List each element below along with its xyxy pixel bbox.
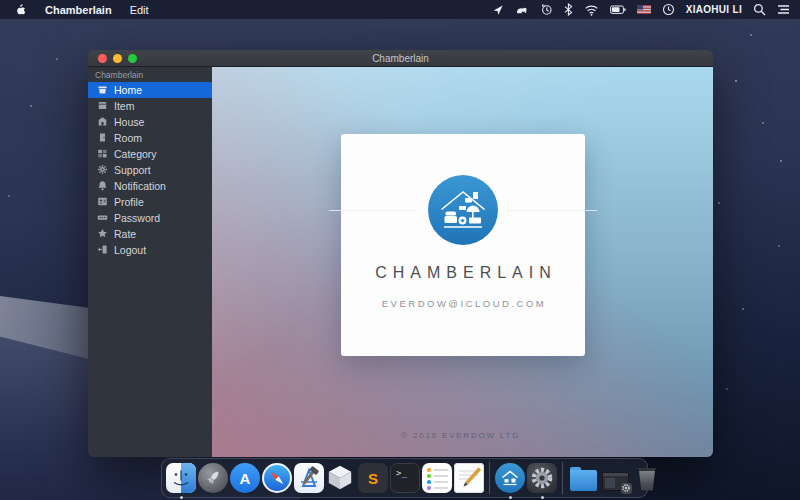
password-icon [97, 212, 108, 225]
dock-chamberlain-icon[interactable] [495, 463, 525, 493]
dock-launchpad-icon[interactable] [198, 463, 228, 493]
menu-username[interactable]: XIAOHUI LI [686, 4, 742, 15]
sidebar-item-label: Support [114, 164, 151, 176]
menu-app-name[interactable]: Chamberlain [45, 4, 112, 16]
item-icon [97, 100, 108, 113]
sidebar-item-house[interactable]: House [88, 114, 212, 130]
running-indicator-dot [541, 496, 544, 499]
sidebar-item-item[interactable]: Item [88, 98, 212, 114]
dock-trash-icon[interactable] [632, 463, 662, 493]
notification-center-icon[interactable] [777, 4, 790, 15]
dock-terminal-icon[interactable]: >_ [390, 463, 420, 493]
room-icon [97, 132, 108, 145]
dock-xcode-icon[interactable] [294, 463, 324, 493]
running-indicator-dot [509, 496, 512, 499]
card-app-title: CHAMBERLAIN [341, 264, 585, 282]
dock-cube-icon[interactable] [326, 463, 356, 493]
wifi-icon[interactable] [584, 4, 599, 16]
dock-system-preferences-icon[interactable] [527, 463, 557, 493]
dock-separator [489, 462, 490, 494]
profile-icon [97, 196, 108, 209]
sidebar-item-profile[interactable]: Profile [88, 194, 212, 210]
sidebar-item-label: Home [114, 84, 142, 96]
sidebar-item-label: Notification [114, 180, 166, 192]
profile-card: CHAMBERLAIN EVERDOW@ICLOUD.COM [341, 134, 585, 356]
bluetooth-icon[interactable] [564, 3, 573, 16]
search-icon[interactable] [753, 3, 766, 16]
notification-icon [97, 180, 108, 193]
sidebar-item-logout[interactable]: Logout [88, 242, 212, 258]
dock-minimized-window-icon[interactable] [600, 463, 630, 493]
card-divider-line [329, 210, 417, 211]
dock-separator [562, 462, 563, 494]
dock-reminders-icon[interactable] [422, 463, 452, 493]
dock: AS>_ [161, 458, 648, 498]
card-divider-line [508, 210, 597, 211]
sidebar-item-support[interactable]: Support [88, 162, 212, 178]
dock-safari-icon[interactable] [262, 463, 292, 493]
support-icon [97, 164, 108, 177]
sidebar: Chamberlain HomeItemHouseRoomCategorySup… [88, 67, 212, 457]
sidebar-item-label: Item [114, 100, 134, 112]
dock-textedit-icon[interactable] [454, 463, 484, 493]
sidebar-item-notification[interactable]: Notification [88, 178, 212, 194]
sidebar-item-label: Category [114, 148, 157, 160]
window-title: Chamberlain [88, 50, 713, 67]
sidebar-item-home[interactable]: Home [88, 82, 212, 98]
menu-edit[interactable]: Edit [130, 4, 149, 16]
sidebar-item-label: Room [114, 132, 142, 144]
elephant-icon[interactable] [515, 4, 529, 16]
sidebar-item-password[interactable]: Password [88, 210, 212, 226]
app-window: Chamberlain Chamberlain HomeItemHouseRoo… [88, 50, 713, 457]
dock-finder-icon[interactable] [166, 463, 196, 493]
location-icon[interactable] [492, 4, 504, 16]
battery-icon[interactable] [610, 5, 626, 15]
house-icon [97, 116, 108, 129]
clock-icon[interactable] [662, 3, 675, 16]
running-indicator-dot [180, 496, 183, 499]
sidebar-item-label: House [114, 116, 144, 128]
dock-app-store-icon[interactable]: A [230, 463, 260, 493]
desktop: Chamberlain Edit [0, 0, 800, 500]
window-titlebar[interactable]: Chamberlain [88, 50, 713, 67]
sidebar-item-label: Rate [114, 228, 136, 240]
dock-downloads-folder-icon[interactable] [568, 463, 598, 493]
sidebar-header: Chamberlain [88, 67, 212, 82]
category-icon [97, 148, 108, 161]
home-icon [97, 84, 108, 97]
rate-icon [97, 228, 108, 241]
dock-sublime-text-icon[interactable]: S [358, 463, 388, 493]
time-machine-icon[interactable] [540, 3, 553, 16]
sidebar-item-label: Password [114, 212, 160, 224]
logout-icon [97, 244, 108, 257]
sidebar-item-label: Profile [114, 196, 144, 208]
sidebar-item-rate[interactable]: Rate [88, 226, 212, 242]
apple-menu-icon[interactable] [14, 3, 27, 17]
sidebar-item-room[interactable]: Room [88, 130, 212, 146]
card-account-email: EVERDOW@ICLOUD.COM [341, 298, 585, 309]
us-flag-icon[interactable] [637, 5, 651, 14]
menu-bar: Chamberlain Edit [0, 0, 800, 19]
sidebar-item-label: Logout [114, 244, 146, 256]
copyright-text: © 2018 EVERDOW LTD. [212, 431, 713, 440]
chamberlain-house-logo-icon [428, 175, 498, 245]
sidebar-item-category[interactable]: Category [88, 146, 212, 162]
main-content: CHAMBERLAIN EVERDOW@ICLOUD.COM © 2018 EV… [212, 67, 713, 457]
